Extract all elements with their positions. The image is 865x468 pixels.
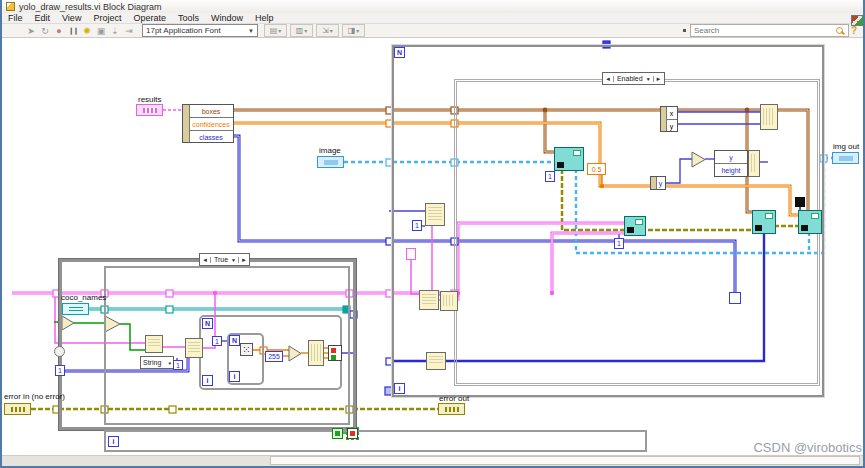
string-type-selector[interactable]: String ▾: [140, 356, 174, 369]
selector-dropdown-icon[interactable]: ▼: [646, 76, 653, 82]
bundle-y-node[interactable]: y: [650, 176, 666, 190]
unbundle-strip: [183, 105, 190, 142]
imaq-overlay-text-node[interactable]: [624, 216, 646, 236]
string-constant-pink[interactable]: [406, 248, 416, 260]
chevron-down-icon: ▾: [168, 360, 171, 366]
bundle-xy-node[interactable]: x y: [660, 106, 678, 132]
bundle-strip: [661, 107, 667, 131]
bundle-strip-node[interactable]: [748, 150, 760, 177]
image-label: image: [319, 146, 341, 155]
img-out-terminal[interactable]: [832, 152, 859, 164]
outer-color-loop-count[interactable]: N: [202, 318, 213, 329]
unbundle-field-confidences[interactable]: confidences: [189, 118, 233, 131]
array-constant[interactable]: [729, 292, 741, 304]
string-selector-label: String: [143, 359, 161, 366]
cluster-field-y2: y: [715, 151, 747, 164]
empty-string-constant-icon[interactable]: [54, 346, 65, 357]
black-color-constant[interactable]: [795, 197, 805, 207]
cluster-field-height: height: [715, 164, 747, 176]
format-into-string-node[interactable]: [185, 338, 203, 358]
results-label: results: [138, 95, 162, 104]
selector-dropdown-icon[interactable]: ▼: [231, 257, 238, 263]
true-constant[interactable]: [332, 428, 343, 439]
imaq-get-image-size-node[interactable]: [554, 147, 584, 171]
for-loop-count-terminal[interactable]: N: [394, 47, 405, 58]
random-number-dice-icon[interactable]: ⁙: [240, 343, 253, 356]
constant-1-b[interactable]: 1: [614, 238, 624, 249]
error-out-terminal[interactable]: [438, 403, 465, 415]
labview-block-diagram-window: yolo_draw_results.vi Block Diagram File …: [0, 0, 865, 468]
img-out-label: img out: [833, 142, 859, 151]
constant-1-f[interactable]: 1: [212, 336, 222, 346]
cluster-field-y: y: [656, 177, 665, 189]
outer-color-loop-iteration[interactable]: i: [202, 375, 213, 386]
horizontal-scrollbar-thumb[interactable]: [270, 456, 860, 465]
selector-prev-icon[interactable]: ◄: [603, 76, 614, 82]
watermark: CSDN @virobotics: [562, 440, 862, 455]
unbundle-field-boxes[interactable]: boxes: [189, 105, 233, 118]
constant-255[interactable]: 255: [265, 351, 283, 362]
build-array-node[interactable]: [308, 340, 324, 366]
coco-names-label: coco_names: [61, 293, 106, 302]
case-selector-label: True: [211, 256, 231, 263]
inner-color-loop-iteration[interactable]: i: [229, 371, 240, 382]
index-array-node-top[interactable]: [760, 104, 778, 130]
case-structure-selector[interactable]: ◄ True ▼ ►: [199, 253, 250, 266]
error-in-terminal[interactable]: [4, 403, 31, 415]
error-out-label: error out: [439, 394, 469, 403]
results-terminal[interactable]: [136, 104, 163, 116]
disable-selector-label: Enabled: [614, 75, 646, 82]
concatenate-strings-node[interactable]: [440, 291, 458, 311]
color-box-node[interactable]: [328, 345, 342, 361]
imaq-merge-overlay-node[interactable]: [798, 210, 822, 234]
cluster-field-y: y: [666, 120, 677, 132]
index-array-node-bottom[interactable]: [426, 352, 446, 370]
unbundle-by-name-node[interactable]: boxes confidences classes: [182, 104, 234, 143]
selector-prev-icon[interactable]: ◄: [200, 257, 211, 263]
constant-1-a[interactable]: 1: [545, 171, 555, 182]
inner-color-loop-count[interactable]: N: [229, 335, 240, 346]
constant-1-e[interactable]: 1: [55, 365, 65, 376]
constant-1-d[interactable]: 1: [173, 360, 183, 370]
unbundle-field-classes[interactable]: classes: [189, 131, 233, 143]
constant-0-5[interactable]: 0.5: [587, 163, 606, 175]
number-to-string-node[interactable]: [419, 290, 439, 310]
bottom-loop-iteration-terminal[interactable]: i: [108, 436, 119, 447]
for-loop-iteration-terminal[interactable]: i: [394, 383, 405, 394]
disable-structure-selector[interactable]: ◄ Enabled ▼ ►: [602, 72, 665, 85]
scan-string-node[interactable]: [145, 335, 163, 353]
image-terminal[interactable]: [317, 156, 344, 168]
selector-next-icon[interactable]: ►: [653, 76, 664, 82]
constant-1-c[interactable]: 1: [412, 220, 422, 231]
unbundle-y-height-node[interactable]: y height: [714, 150, 748, 177]
cluster-field-x: x: [666, 107, 677, 120]
error-in-label: error in (no error): [4, 392, 65, 401]
coco-names-terminal[interactable]: [62, 303, 89, 315]
imaq-overlay-rectangle-node[interactable]: [752, 210, 776, 234]
selector-next-icon[interactable]: ►: [238, 257, 249, 263]
array-size-node[interactable]: [425, 203, 445, 226]
selected-color-constant[interactable]: [347, 428, 358, 439]
bundle-strip: [651, 177, 657, 189]
